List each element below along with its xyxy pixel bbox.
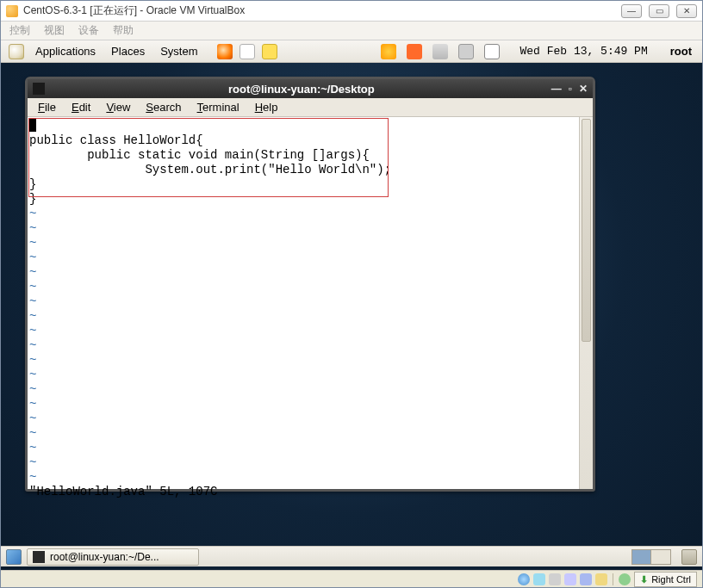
code-line-5: } [29, 192, 36, 206]
terminal-menu-file[interactable]: File [31, 100, 63, 115]
menu-applications[interactable]: Applications [28, 43, 103, 59]
terminal-body[interactable]: public class HelloWorld{ public static v… [28, 117, 593, 489]
terminal-menu-edit[interactable]: Edit [65, 100, 97, 115]
vbox-menu-view[interactable]: 视图 [44, 23, 65, 38]
mail-icon[interactable] [240, 44, 255, 59]
vbox-title: CentOS-6.3-1 [正在运行] - Oracle VM VirtualB… [23, 3, 621, 18]
terminal-close-button[interactable]: ✕ [579, 83, 588, 95]
vbox-max-button[interactable]: ▭ [649, 4, 669, 18]
code-line-1: public class HelloWorld{ [29, 133, 203, 147]
vbox-hostkey-indicator[interactable]: ⬇ Right Ctrl [634, 572, 697, 587]
terminal-titlebar[interactable]: root@linux-yuan:~/Desktop — ▫ ✕ [28, 79, 593, 98]
vbox-usb-icon[interactable] [549, 573, 561, 585]
gnome-top-panel: Applications Places System Wed Feb 13, 5… [1, 40, 702, 63]
vim-tilde: ~ [29, 382, 36, 396]
vim-tilde: ~ [29, 412, 36, 425]
update-icon[interactable] [407, 44, 422, 59]
trash-icon[interactable] [681, 549, 697, 565]
vbox-min-button[interactable]: — [621, 4, 642, 18]
vbox-hd-icon[interactable] [533, 573, 545, 585]
terminal-scrollbar[interactable] [579, 117, 593, 489]
guest-desktop: Applications Places System Wed Feb 13, 5… [1, 40, 702, 587]
terminal-window[interactable]: root@linux-yuan:~/Desktop — ▫ ✕ File Edi… [25, 77, 595, 492]
vim-cursor [29, 119, 36, 132]
vim-tilde: ~ [29, 353, 36, 367]
terminal-min-button[interactable]: — [551, 83, 562, 95]
volume-icon[interactable] [432, 44, 448, 59]
vbox-menu-help[interactable]: 帮助 [113, 23, 134, 38]
vim-tilde: ~ [29, 236, 36, 250]
vim-tilde: ~ [29, 294, 36, 308]
vim-status-line: "HelloWorld.java" 5L, 107C [29, 485, 217, 498]
vim-tilde: ~ [29, 324, 36, 337]
vbox-network-icon[interactable] [564, 573, 576, 585]
code-line-2: public static void main(String []args){ [29, 148, 370, 162]
vbox-display-icon[interactable] [595, 573, 607, 585]
vim-tilde: ~ [29, 265, 36, 279]
vim-tilde: ~ [29, 309, 36, 323]
vim-tilde: ~ [29, 426, 36, 440]
code-line-4: } [29, 177, 36, 191]
workspace-switcher[interactable] [631, 549, 671, 565]
terminal-menu-help[interactable]: Help [248, 100, 285, 115]
terminal-icon [33, 551, 45, 563]
clock[interactable]: Wed Feb 13, 5:49 PM [519, 45, 647, 58]
firefox-icon[interactable] [217, 44, 233, 59]
vbox-shared-folders-icon[interactable] [580, 573, 592, 585]
vbox-menu-control[interactable]: 控制 [9, 23, 30, 38]
taskbar-entry-label: root@linux-yuan:~/De... [50, 551, 159, 563]
terminal-menu-terminal[interactable]: Terminal [190, 100, 246, 115]
vbox-capture-icon[interactable] [619, 573, 631, 585]
notes-icon[interactable] [262, 44, 277, 59]
terminal-max-button[interactable]: ▫ [569, 83, 572, 95]
arrow-down-icon: ⬇ [640, 573, 648, 586]
show-desktop-button[interactable] [6, 549, 22, 565]
workspace-2[interactable] [651, 550, 670, 564]
terminal-text[interactable]: public class HelloWorld{ public static v… [28, 117, 579, 489]
vbox-titlebar[interactable]: CentOS-6.3-1 [正在运行] - Oracle VM VirtualB… [1, 1, 702, 22]
terminal-title: root@linux-yuan:~/Desktop [52, 83, 551, 96]
vbox-window: CentOS-6.3-1 [正在运行] - Oracle VM VirtualB… [0, 0, 703, 588]
taskbar-entry-terminal[interactable]: root@linux-yuan:~/De... [27, 548, 199, 566]
vbox-hostkey-label: Right Ctrl [651, 573, 691, 586]
gnome-foot-icon[interactable] [9, 44, 24, 59]
vim-tilde: ~ [29, 207, 36, 220]
battery-icon[interactable] [484, 44, 500, 59]
vbox-statusbar: ⬇ Right Ctrl [1, 570, 702, 587]
gnome-bottom-panel: root@linux-yuan:~/De... [1, 546, 702, 566]
vbox-cd-icon[interactable] [518, 573, 530, 585]
menu-places[interactable]: Places [104, 43, 152, 59]
terminal-menu-view[interactable]: View [99, 100, 137, 115]
vim-tilde: ~ [29, 455, 36, 469]
workspace-1[interactable] [632, 550, 651, 564]
scrollbar-thumb[interactable] [582, 119, 591, 342]
vbox-icon [6, 5, 18, 17]
vim-tilde: ~ [29, 368, 36, 381]
vim-tilde: ~ [29, 221, 36, 235]
code-line-3: System.out.print("Hello World\n"); [29, 163, 391, 176]
vim-tilde: ~ [29, 251, 36, 264]
vim-tilde: ~ [29, 470, 36, 484]
menu-system[interactable]: System [153, 43, 204, 59]
vbox-close-button[interactable]: ✕ [676, 4, 697, 18]
user-menu[interactable]: root [665, 45, 697, 58]
vim-tilde: ~ [29, 280, 36, 294]
terminal-menu-search[interactable]: Search [139, 100, 188, 115]
vim-tilde: ~ [29, 338, 36, 352]
network-icon[interactable] [458, 44, 474, 59]
terminal-icon [33, 83, 45, 95]
weather-icon[interactable] [381, 44, 396, 59]
vim-tilde: ~ [29, 397, 36, 411]
vim-tilde: ~ [29, 441, 36, 455]
vbox-menu-devices[interactable]: 设备 [78, 23, 99, 38]
terminal-menubar: File Edit View Search Terminal Help [28, 98, 593, 117]
vbox-menu: 控制 视图 设备 帮助 [1, 22, 702, 40]
